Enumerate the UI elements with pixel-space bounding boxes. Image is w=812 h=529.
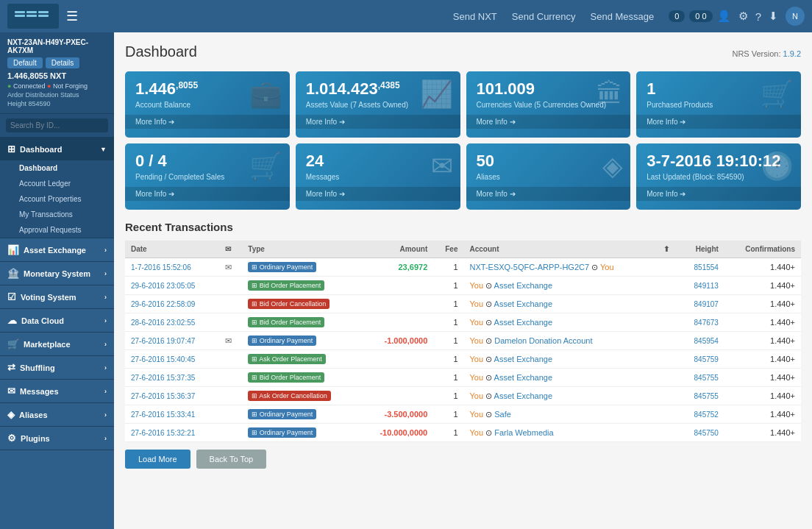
sidebar-item-dashboard[interactable]: ⊞Dashboard▼ xyxy=(0,138,114,160)
dashboard-card-0: 💼 1.446,8055 Account Balance More Info ➔ xyxy=(125,71,290,138)
chevron-monetary-system: › xyxy=(104,270,107,277)
date-link[interactable]: 1-7-2016 15:52:06 xyxy=(131,263,191,271)
cell-height: 845750 xyxy=(680,424,724,442)
cell-type: ⊞ Ordinary Payment xyxy=(242,424,360,442)
badge-1[interactable]: 0 xyxy=(669,10,685,22)
height-link[interactable]: 845752 xyxy=(694,411,719,419)
card-footer-3[interactable]: More Info ➔ xyxy=(636,115,801,129)
height-link[interactable]: 849113 xyxy=(694,282,719,290)
card-footer-5[interactable]: More Info ➔ xyxy=(296,187,460,201)
date-link[interactable]: 27-6-2016 19:07:47 xyxy=(131,337,195,345)
height-link[interactable]: 847673 xyxy=(694,319,719,327)
sidebar-item-plugins[interactable]: ⚙Plugins› xyxy=(0,427,114,450)
account-link[interactable]: NXT-ESXQ-5QFC-ARPP-HG2C7 xyxy=(470,263,590,271)
height-link[interactable]: 845755 xyxy=(694,392,719,400)
back-to-top-button[interactable]: Back To Top xyxy=(196,450,267,469)
sidebar-item-messages[interactable]: ✉Messages› xyxy=(0,380,114,402)
cell-fee: 1 xyxy=(433,295,463,313)
cell-flag xyxy=(658,332,680,350)
card-footer-0[interactable]: More Info ➔ xyxy=(125,115,290,129)
date-link[interactable]: 27-6-2016 15:40:45 xyxy=(131,355,195,363)
account-link[interactable]: Asset Exchange xyxy=(494,318,553,327)
height-link[interactable]: 845755 xyxy=(694,374,719,382)
type-badge: ⊞ Ordinary Payment xyxy=(248,427,316,438)
card-footer-2[interactable]: More Info ➔ xyxy=(466,115,631,129)
height-link[interactable]: 851554 xyxy=(694,263,719,271)
nrs-version-link[interactable]: 1.9.2 xyxy=(783,49,801,58)
card-icon-1: 📈 xyxy=(420,79,453,110)
send-message-link[interactable]: Send Message xyxy=(591,11,655,22)
account-link[interactable]: Asset Exchange xyxy=(494,373,553,382)
type-badge: ⊞ Bid Order Placement xyxy=(248,280,324,291)
badge-2[interactable]: 0 0 xyxy=(689,10,712,22)
table-head: Date ✉ Type Amount Fee Account ⬆ Height … xyxy=(125,241,801,258)
sidebar-sub-item-account-properties[interactable]: Account Properties xyxy=(0,191,114,207)
account-link[interactable]: Safe xyxy=(494,410,511,419)
account-link[interactable]: Asset Exchange xyxy=(494,355,553,363)
table-row: 1-7-2016 15:52:06 ✉ ⊞ Ordinary Payment 2… xyxy=(125,258,801,277)
hamburger-icon[interactable]: ☰ xyxy=(66,8,78,24)
sidebar-item-aliases[interactable]: ◈Aliases› xyxy=(0,403,114,426)
card-footer-6[interactable]: More Info ➔ xyxy=(466,187,631,201)
account-link[interactable]: Asset Exchange xyxy=(494,391,553,400)
avatar[interactable]: N xyxy=(786,7,805,26)
send-nxt-link[interactable]: Send NXT xyxy=(453,11,497,22)
date-link[interactable]: 27-6-2016 15:33:41 xyxy=(131,411,195,419)
sidebar-sub-item-approval-requests[interactable]: Approval Requests xyxy=(0,222,114,238)
cell-flag xyxy=(658,424,680,442)
account-link[interactable]: Farla Webmedia xyxy=(494,428,554,437)
date-link[interactable]: 29-6-2016 22:58:09 xyxy=(131,300,195,308)
height-link[interactable]: 845954 xyxy=(694,337,719,345)
account-link[interactable]: Asset Exchange xyxy=(494,299,553,308)
height-link[interactable]: 845759 xyxy=(694,355,719,363)
date-link[interactable]: 27-6-2016 15:36:37 xyxy=(131,392,195,400)
you-badge: You xyxy=(470,373,484,382)
sidebar-item-asset-exchange[interactable]: 📊Asset Exchange› xyxy=(0,238,114,261)
card-label-6: Aliases xyxy=(477,173,621,181)
card-footer-7[interactable]: More Info ➔ xyxy=(636,187,801,201)
sidebar: NXT-23AN-H49Y-PXEC-AK7XM Default Details… xyxy=(0,32,114,529)
you-badge: You xyxy=(470,299,484,308)
col-amount: Amount xyxy=(360,241,433,258)
sidebar-sub-dashboard: DashboardAccount LedgerAccount Propertie… xyxy=(0,160,114,238)
person-icon[interactable]: 👤 xyxy=(717,10,731,23)
search-input[interactable] xyxy=(6,118,108,132)
download-icon[interactable]: ⬇ xyxy=(769,10,778,23)
load-more-button[interactable]: Load More xyxy=(125,450,190,469)
cell-confirmations: 1.440+ xyxy=(724,424,801,442)
account-link[interactable]: Asset Exchange xyxy=(494,281,553,290)
sidebar-item-shuffling[interactable]: ⇄Shuffling› xyxy=(0,356,114,379)
col-icon: ⬆ xyxy=(658,241,680,258)
dashboard-card-7: 🕐 3-7-2016 19:10:12 Last Updated (Block:… xyxy=(636,143,801,210)
card-footer-1[interactable]: More Info ➔ xyxy=(296,115,460,129)
sidebar-sub-item-account-ledger[interactable]: Account Ledger xyxy=(0,176,114,191)
height-link[interactable]: 849107 xyxy=(694,300,719,308)
col-type: Type xyxy=(242,241,360,258)
date-link[interactable]: 27-6-2016 15:32:21 xyxy=(131,429,195,437)
gear-icon[interactable]: ⚙ xyxy=(738,10,748,23)
sidebar-sub-item-dashboard-main[interactable]: Dashboard xyxy=(0,160,114,176)
sidebar-label-marketplace: Marketplace xyxy=(24,340,71,349)
date-link[interactable]: 27-6-2016 15:37:35 xyxy=(131,374,195,382)
help-icon[interactable]: ? xyxy=(755,10,761,23)
sidebar-item-voting-system[interactable]: ☑Voting System› xyxy=(0,285,114,308)
date-link[interactable]: 28-6-2016 23:02:55 xyxy=(131,319,195,327)
send-currency-link[interactable]: Send Currency xyxy=(512,11,576,22)
default-button[interactable]: Default xyxy=(7,57,43,68)
cell-height: 845752 xyxy=(680,405,724,424)
chevron-asset-exchange: › xyxy=(104,246,107,254)
marketplace-icon: 🛒 xyxy=(7,338,19,349)
account-link[interactable]: Damelon Donation Account xyxy=(494,336,592,345)
cell-amount xyxy=(360,277,433,295)
you-badge: You xyxy=(470,355,484,363)
sidebar-item-marketplace[interactable]: 🛒Marketplace› xyxy=(0,333,114,355)
date-link[interactable]: 29-6-2016 23:05:05 xyxy=(131,282,195,290)
details-button[interactable]: Details xyxy=(46,57,80,68)
sidebar-sub-item-my-transactions[interactable]: My Transactions xyxy=(0,207,114,222)
height-link[interactable]: 845750 xyxy=(694,429,719,437)
cell-account: You ⊙ Asset Exchange xyxy=(464,369,658,387)
sidebar-item-monetary-system[interactable]: 🏦Monetary System› xyxy=(0,262,114,285)
sidebar-item-data-cloud[interactable]: ☁Data Cloud› xyxy=(0,309,114,332)
card-footer-4[interactable]: More Info ➔ xyxy=(125,187,290,201)
logo[interactable] xyxy=(7,4,59,29)
